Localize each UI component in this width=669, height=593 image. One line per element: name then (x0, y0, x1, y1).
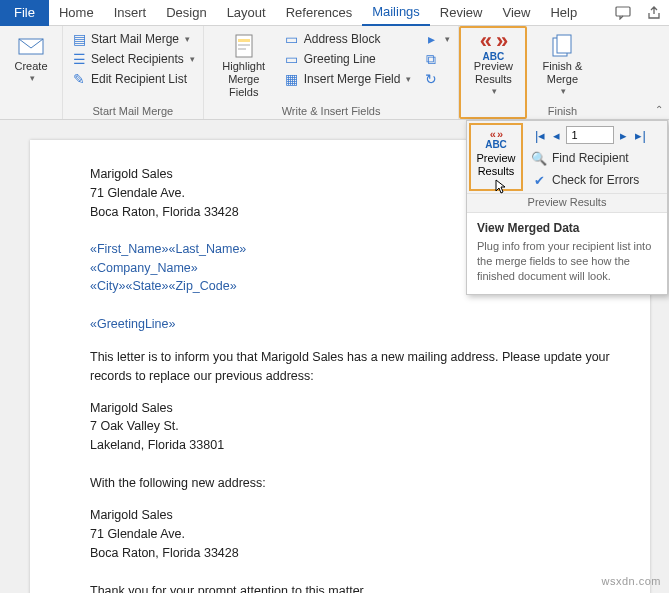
preview-results-button[interactable]: « » ABC Preview Results ▾ (465, 30, 521, 99)
chevron-down-icon: ▾ (445, 34, 450, 44)
greeting-icon: ▭ (284, 51, 300, 67)
record-number-input[interactable] (566, 126, 614, 144)
old-addr-csz: Lakeland, Florida 33801 (90, 437, 620, 454)
tab-references[interactable]: References (276, 0, 362, 26)
greeting-line-label: Greeting Line (304, 52, 376, 66)
comment-icon[interactable] (607, 2, 639, 24)
group-finish: Finish & Merge ▾ Finish (527, 26, 597, 119)
tab-home[interactable]: Home (49, 0, 104, 26)
group-label-finish: Finish (533, 103, 591, 117)
tooltip-body: Plug info from your recipient list into … (477, 239, 657, 284)
chevron-down-icon: ▾ (492, 86, 497, 97)
find-recipient-button[interactable]: 🔍 Find Recipient (529, 147, 663, 169)
preview-results-popover: « » ABC Preview Results |◂ ◂ ▸ ▸| 🔍 Find… (466, 120, 668, 295)
finish-merge-label: Finish & Merge (537, 60, 587, 86)
address-block-label: Address Block (304, 32, 381, 46)
watermark: wsxdn.com (601, 575, 661, 587)
tab-insert[interactable]: Insert (104, 0, 157, 26)
new-addr-name: Marigold Sales (90, 507, 620, 524)
create-label: Create (14, 60, 47, 73)
tooltip-title: View Merged Data (477, 221, 657, 235)
check-for-errors-button[interactable]: ✔ Check for Errors (529, 169, 663, 191)
update-icon: ↻ (423, 71, 439, 87)
tab-view[interactable]: View (492, 0, 540, 26)
group-label-create (6, 103, 56, 117)
tab-design[interactable]: Design (156, 0, 216, 26)
chevron-down-icon: ▾ (185, 34, 190, 44)
start-mail-merge-label: Start Mail Merge (91, 32, 179, 46)
ribbon-tab-bar: File Home Insert Design Layout Reference… (0, 0, 669, 26)
insert-merge-field-label: Insert Merge Field (304, 72, 401, 86)
preview-results-big-label: Preview Results (476, 152, 515, 178)
next-record-button[interactable]: ▸ (618, 128, 629, 143)
preview-results-icon: « » ABC (485, 129, 507, 150)
tab-mailings[interactable]: Mailings (362, 0, 430, 26)
chevron-down-icon: ▾ (406, 74, 411, 84)
svg-rect-7 (557, 35, 571, 53)
envelope-icon (18, 32, 44, 60)
match-icon: ⧉ (423, 51, 439, 67)
svg-rect-4 (238, 44, 250, 46)
tab-help[interactable]: Help (540, 0, 587, 26)
old-addr-street: 7 Oak Valley St. (90, 418, 620, 435)
ribbon: Create ▾ ▤ Start Mail Merge ▾ ☰ Select R… (0, 26, 669, 120)
people-icon: ☰ (71, 51, 87, 67)
document-icon: ▤ (71, 31, 87, 47)
edit-list-icon: ✎ (71, 71, 87, 87)
prev-record-button[interactable]: ◂ (551, 128, 562, 143)
check-for-errors-label: Check for Errors (552, 173, 639, 187)
select-recipients-button[interactable]: ☰ Select Recipients ▾ (69, 50, 197, 68)
tooltip: View Merged Data Plug info from your rec… (467, 213, 667, 294)
match-fields-button[interactable]: ⧉ (421, 50, 452, 68)
first-record-button[interactable]: |◂ (533, 128, 547, 143)
chevron-down-icon: ▾ (30, 73, 35, 84)
greeting-line-button[interactable]: ▭ Greeting Line (282, 50, 414, 68)
tab-layout[interactable]: Layout (217, 0, 276, 26)
group-start-mail-merge: ▤ Start Mail Merge ▾ ☰ Select Recipients… (63, 26, 204, 119)
select-recipients-label: Select Recipients (91, 52, 184, 66)
collapse-ribbon-icon[interactable]: ⌃ (655, 104, 663, 115)
body-paragraph-2: With the following new address: (90, 474, 620, 493)
update-labels-button[interactable]: ↻ (421, 70, 452, 88)
group-label-start: Start Mail Merge (69, 103, 197, 117)
find-recipient-label: Find Recipient (552, 151, 629, 165)
insert-merge-field-button[interactable]: ▦ Insert Merge Field ▾ (282, 70, 414, 88)
record-navigator: |◂ ◂ ▸ ▸| (529, 123, 663, 147)
popover-group-label: Preview Results (467, 194, 667, 213)
thanks-line: Thank you for your prompt attention to t… (90, 582, 620, 594)
highlight-merge-fields-button[interactable]: Highlight Merge Fields (210, 30, 278, 102)
finish-icon (550, 32, 574, 60)
merge-field-greeting: «GreetingLine» (90, 315, 620, 334)
tab-file[interactable]: File (0, 0, 49, 26)
preview-results-label: Preview Results (469, 60, 517, 86)
address-icon: ▭ (284, 31, 300, 47)
new-addr-csz: Boca Raton, Florida 33428 (90, 545, 620, 562)
rules-button[interactable]: ▸▾ (421, 30, 452, 48)
cursor-icon (495, 179, 507, 195)
rules-icon: ▸ (423, 31, 439, 47)
chevron-down-icon: ▾ (190, 54, 195, 64)
edit-recipient-list-button[interactable]: ✎ Edit Recipient List (69, 70, 197, 88)
body-paragraph-1: This letter is to inform you that Marigo… (90, 348, 620, 386)
last-record-button[interactable]: ▸| (633, 128, 647, 143)
edit-recipient-list-label: Edit Recipient List (91, 72, 187, 86)
tab-review[interactable]: Review (430, 0, 493, 26)
old-addr-name: Marigold Sales (90, 400, 620, 417)
chevron-down-icon: ▾ (561, 86, 566, 97)
svg-rect-5 (238, 48, 246, 50)
highlight-label: Highlight Merge Fields (214, 60, 274, 100)
address-block-button[interactable]: ▭ Address Block (282, 30, 414, 48)
share-icon[interactable] (639, 2, 669, 24)
finish-merge-button[interactable]: Finish & Merge ▾ (533, 30, 591, 99)
svg-rect-3 (238, 39, 250, 42)
group-create: Create ▾ (0, 26, 63, 119)
start-mail-merge-button[interactable]: ▤ Start Mail Merge ▾ (69, 30, 197, 48)
preview-results-icon: « » ABC (480, 32, 508, 60)
create-button[interactable]: Create ▾ (6, 30, 56, 86)
preview-results-big-button[interactable]: « » ABC Preview Results (469, 123, 523, 191)
check-icon: ✔ (531, 172, 547, 188)
insert-field-icon: ▦ (284, 71, 300, 87)
search-icon: 🔍 (531, 150, 547, 166)
svg-rect-0 (616, 7, 630, 16)
highlight-icon (233, 32, 255, 60)
